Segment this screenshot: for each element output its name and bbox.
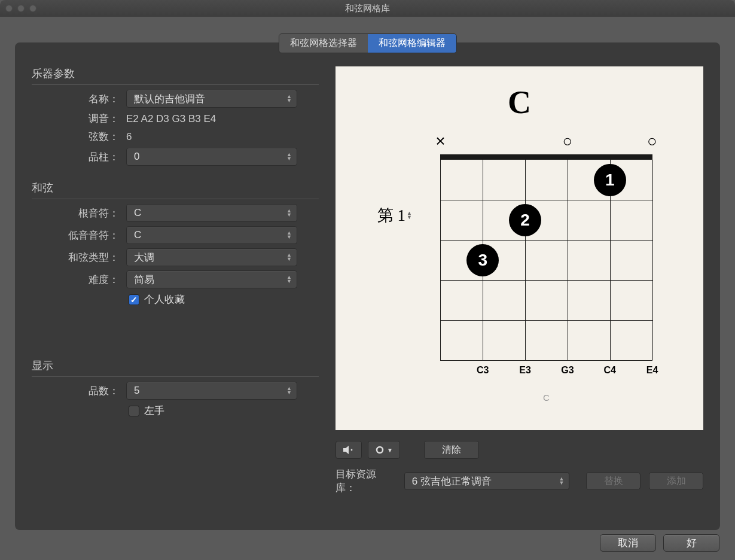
select-name-value: 默认的吉他调音: [134, 92, 205, 106]
section-instrument: 乐器参数: [32, 66, 319, 85]
finger-dot[interactable]: 1: [594, 164, 626, 196]
diagram-sub-name: C: [419, 392, 673, 403]
chevron-updown-icon: ▲▼: [286, 231, 292, 239]
chevron-updown-icon: ▲▼: [286, 209, 292, 217]
play-sound-button[interactable]: [336, 441, 362, 459]
marker-string-4: [504, 133, 547, 151]
section-display: 显示: [32, 358, 319, 377]
label-root: 根音符：: [32, 206, 126, 220]
clear-button[interactable]: 清除: [424, 441, 479, 459]
fretboard[interactable]: 123: [440, 160, 652, 360]
label-favorite: 个人收藏: [144, 293, 185, 306]
chevron-updown-icon: ▲▼: [286, 275, 292, 284]
select-root[interactable]: C ▲▼: [126, 204, 297, 222]
section-chord: 和弦: [32, 181, 319, 199]
window-title: 和弦网格库: [0, 3, 735, 14]
checkbox-favorite[interactable]: [129, 294, 139, 305]
label-bass: 低音音符：: [32, 229, 126, 242]
value-strings: 6: [126, 131, 319, 143]
speaker-icon: [343, 445, 355, 455]
label-frets: 品数：: [32, 384, 126, 398]
select-frets[interactable]: 5 ▲▼: [126, 382, 297, 400]
finger-dot[interactable]: 2: [509, 204, 541, 236]
label-difficulty: 难度：: [32, 273, 126, 287]
chevron-updown-icon: ▲▼: [286, 153, 292, 161]
string-markers: × ○ ○: [419, 133, 673, 151]
chevron-down-icon: ▼: [387, 447, 393, 454]
select-capo-value: 0: [134, 151, 139, 163]
chevron-updown-icon: ▲▼: [286, 253, 292, 261]
select-difficulty-value: 简易: [134, 273, 154, 287]
gear-icon: [375, 445, 385, 455]
select-target-value: 6 弦吉他正常调音: [412, 474, 492, 488]
select-frets-value: 5: [134, 385, 139, 397]
label-name: 名称：: [32, 92, 126, 106]
svg-point-0: [351, 449, 353, 451]
chevron-updown-icon: ▲▼: [407, 211, 412, 220]
select-root-value: C: [134, 207, 141, 219]
label-left-hand: 左手: [144, 404, 164, 418]
marker-string-6: ×: [419, 133, 462, 151]
diagram-chord-name: C: [365, 84, 673, 121]
select-bass[interactable]: C ▲▼: [126, 226, 297, 244]
chevron-updown-icon: ▲▼: [559, 477, 564, 485]
label-chord-type: 和弦类型：: [32, 251, 126, 264]
select-difficulty[interactable]: 简易 ▲▼: [126, 270, 297, 288]
marker-string-1: ○: [631, 133, 673, 151]
select-bass-value: C: [134, 229, 141, 241]
titlebar: 和弦网格库: [0, 0, 735, 17]
chord-diagram[interactable]: C 第 1 ▲▼ × ○: [336, 66, 703, 430]
note-2: C4: [588, 365, 631, 376]
finger-dot[interactable]: 3: [466, 244, 499, 276]
label-strings: 弦数：: [32, 130, 126, 144]
select-chord-type[interactable]: 大调 ▲▼: [126, 248, 297, 266]
label-capo: 品柱：: [32, 150, 126, 164]
action-menu-button[interactable]: ▼: [368, 441, 400, 459]
chevron-updown-icon: ▲▼: [286, 386, 292, 395]
chevron-updown-icon: ▲▼: [286, 95, 292, 103]
marker-string-2: [588, 133, 631, 151]
marker-string-5: [462, 133, 504, 151]
note-names: C3 E3 G3 C4 E4: [419, 365, 673, 376]
label-tuning: 调音：: [32, 112, 126, 126]
tab-selector[interactable]: 和弦网格选择器: [279, 34, 368, 53]
select-name[interactable]: 默认的吉他调音 ▲▼: [126, 90, 297, 108]
ok-button[interactable]: 好: [663, 534, 719, 552]
fret-position-label[interactable]: 第 1 ▲▼: [365, 133, 419, 226]
select-chord-type-value: 大调: [134, 251, 154, 264]
select-target-library[interactable]: 6 弦吉他正常调音 ▲▼: [404, 472, 570, 490]
note-3: G3: [546, 365, 588, 376]
note-5: C3: [462, 365, 504, 376]
select-capo[interactable]: 0 ▲▼: [126, 148, 297, 166]
tab-switcher: 和弦网格选择器 和弦网格编辑器: [279, 34, 457, 53]
tab-editor[interactable]: 和弦网格编辑器: [368, 34, 456, 53]
note-6: [419, 365, 462, 376]
note-1: E4: [631, 365, 673, 376]
add-button[interactable]: 添加: [649, 472, 703, 490]
value-tuning: E2 A2 D3 G3 B3 E4: [126, 113, 319, 125]
nut: [440, 154, 652, 160]
svg-point-2: [379, 449, 381, 451]
note-4: E3: [504, 365, 547, 376]
replace-button[interactable]: 替换: [586, 472, 641, 490]
editor-panel: 乐器参数 名称： 默认的吉他调音 ▲▼ 调音： E2 A2 D3 G3 B3 E…: [15, 42, 720, 530]
cancel-button[interactable]: 取消: [600, 534, 656, 552]
checkbox-left-hand[interactable]: [129, 406, 139, 416]
marker-string-3: ○: [546, 133, 588, 151]
label-target: 目标资源库：: [336, 467, 396, 495]
